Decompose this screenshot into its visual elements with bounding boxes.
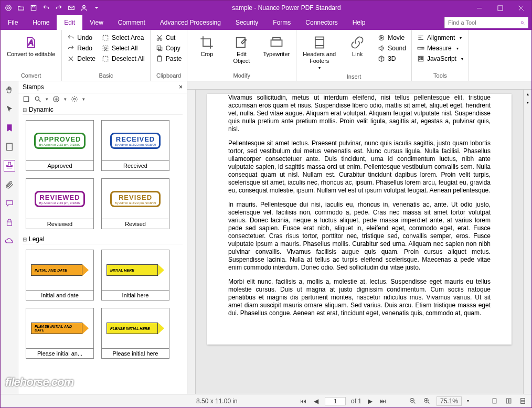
prev-page-icon[interactable]: ◀ <box>313 398 320 405</box>
maximize-button[interactable] <box>490 1 510 15</box>
convert-editable-button[interactable]: A Convert to editable <box>4 33 58 60</box>
minimize-button[interactable] <box>469 1 490 15</box>
attachment-icon[interactable] <box>4 179 15 190</box>
svg-rect-16 <box>104 47 107 50</box>
menu-comment[interactable]: Comment <box>111 15 153 30</box>
menu-help[interactable]: Help <box>345 15 373 30</box>
stamp-item[interactable]: PLEASE INITIAL HEREPlease initial here <box>101 308 169 359</box>
headers-footers-button[interactable]: Headers and Footers▾ <box>300 33 339 73</box>
arrow-tool-icon[interactable] <box>4 103 15 115</box>
stamp-item[interactable]: RECEIVEDBy Admin at 2:23 pm, 9/18/09Rece… <box>101 120 169 171</box>
stamp-item[interactable]: INITIAL AND DATEInitial and date <box>26 250 94 300</box>
stamp-item[interactable]: PLEASE INITIAL AND DATEPlease initial an… <box>26 308 94 359</box>
select-area-button[interactable]: Select Area <box>100 33 147 42</box>
stamp-list-icon[interactable] <box>23 95 30 103</box>
copy-button[interactable]: Copy <box>154 44 184 53</box>
menu-security[interactable]: Security <box>228 15 265 30</box>
stamp-gear-icon[interactable] <box>71 95 78 103</box>
deselect-all-button[interactable]: Deselect All <box>100 54 147 63</box>
menu-connectors[interactable]: Connectors <box>298 15 345 30</box>
sound-button[interactable]: Sound <box>376 44 408 53</box>
select-all-button[interactable]: Select All <box>100 44 147 53</box>
menu-advanced[interactable]: Advanced Processing <box>153 15 228 30</box>
view-mode2-icon[interactable] <box>504 398 513 404</box>
close-button[interactable] <box>510 1 531 15</box>
paragraph: In mauris. Pellentesque dui nisi, iaculi… <box>228 201 491 272</box>
redo-button[interactable]: Redo <box>65 44 98 53</box>
cut-button[interactable]: Cut <box>154 33 184 42</box>
view-mode1-icon[interactable] <box>490 398 499 404</box>
next-page-icon[interactable]: ▶ <box>367 398 374 405</box>
crop-button[interactable]: Crop <box>190 33 223 60</box>
alignment-button[interactable]: Alignment▾ <box>415 33 465 42</box>
undo-icon[interactable] <box>41 3 51 13</box>
stamp-add-icon[interactable] <box>52 95 60 103</box>
mail-icon[interactable] <box>67 3 76 13</box>
svg-rect-2 <box>33 5 35 7</box>
open-icon[interactable] <box>16 3 26 13</box>
edit-object-button[interactable]: Edit Object <box>225 33 258 67</box>
bookmark-icon[interactable] <box>4 122 15 134</box>
stamp-item[interactable]: INITIAL HEREInitial here <box>101 250 169 300</box>
typewriter-button[interactable]: Typewriter <box>260 33 293 60</box>
stamp-search-icon[interactable] <box>34 95 41 103</box>
stamps-panel: Stamps × ▾ ▾ ▾ Dynamic APPROVEDBy Admin … <box>18 81 187 394</box>
svg-line-46 <box>39 100 41 102</box>
svg-rect-27 <box>315 37 324 48</box>
save-icon[interactable] <box>29 3 38 13</box>
movie-button[interactable]: Movie <box>376 33 408 42</box>
document-area: Vivamus sollicitudin, metus ut interdum … <box>187 81 531 394</box>
svg-rect-26 <box>273 38 280 40</box>
find-tool-input[interactable] <box>448 19 520 26</box>
undo-button[interactable]: Undo <box>65 33 98 42</box>
first-page-icon[interactable]: ⏮ <box>299 398 307 405</box>
link-button[interactable]: Link <box>341 33 374 60</box>
delete-button[interactable]: Delete <box>65 54 98 63</box>
scroll-up-icon[interactable]: ▴ <box>524 90 531 98</box>
menu-view[interactable]: View <box>82 15 111 30</box>
cloud-icon[interactable] <box>4 235 15 247</box>
3d-button[interactable]: 3D <box>376 54 408 63</box>
stamp-item[interactable]: REVIEWEDBy Admin at 2:23 pm, 9/18/09Revi… <box>26 178 94 229</box>
svg-rect-21 <box>158 47 162 51</box>
scroll-right-icon[interactable]: ▸ <box>524 98 531 106</box>
search-icon[interactable] <box>520 19 525 26</box>
zoom-in-icon[interactable] <box>422 398 431 404</box>
stamp-item[interactable]: APPROVEDBy Admin at 2:23 pm, 9/18/09Appr… <box>26 120 94 171</box>
scrollbar-vertical[interactable]: ▴ ▸ <box>523 90 531 394</box>
zoom-level[interactable]: 75.1% <box>437 396 462 406</box>
hand-tool-icon[interactable] <box>4 84 15 96</box>
redo-icon[interactable] <box>54 3 63 13</box>
menu-edit[interactable]: Edit <box>57 15 82 30</box>
app-icon[interactable] <box>4 3 13 13</box>
stamp-item[interactable]: REVISEDBy Admin at 2:23 pm, 9/18/09Revis… <box>101 178 169 229</box>
user-icon[interactable] <box>79 3 89 13</box>
paragraph: Vivamus sollicitudin, metus ut interdum … <box>228 94 491 133</box>
last-page-icon[interactable]: ⏭ <box>379 398 387 405</box>
javascript-button[interactable]: JSJavaScript▾ <box>415 54 465 63</box>
category-legal[interactable]: Legal <box>23 234 183 244</box>
find-tool-box[interactable] <box>444 17 528 28</box>
page-number-input[interactable] <box>325 397 346 405</box>
menu-home[interactable]: Home <box>25 15 57 30</box>
page-thumbs-icon[interactable] <box>4 141 15 153</box>
svg-rect-43 <box>7 222 12 226</box>
dropdown-icon[interactable] <box>92 3 101 13</box>
side-tabs <box>1 81 18 394</box>
lock-icon[interactable] <box>4 217 15 228</box>
svg-rect-41 <box>6 143 12 151</box>
svg-point-45 <box>35 96 39 100</box>
menu-forms[interactable]: Forms <box>265 15 298 30</box>
ruler-horizontal <box>187 81 531 90</box>
paste-button[interactable]: Paste <box>154 54 184 63</box>
workspace: Stamps × ▾ ▾ ▾ Dynamic APPROVEDBy Admin … <box>1 81 531 394</box>
svg-point-9 <box>521 21 523 23</box>
category-dynamic[interactable]: Dynamic <box>23 105 183 115</box>
stamp-tab-icon[interactable] <box>4 160 15 171</box>
menu-file[interactable]: File <box>1 15 25 30</box>
measure-button[interactable]: Measure▾ <box>415 44 465 53</box>
panel-close-icon[interactable]: × <box>179 83 183 91</box>
zoom-out-icon[interactable] <box>408 398 417 404</box>
comment-icon[interactable] <box>4 198 15 209</box>
view-mode3-icon[interactable] <box>518 398 527 404</box>
